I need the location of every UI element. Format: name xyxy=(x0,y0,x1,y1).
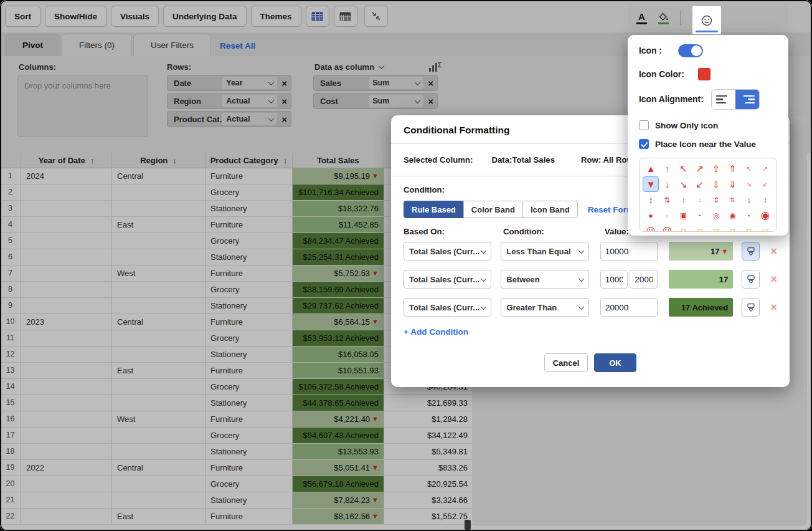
grid-icon[interactable]: ↙ xyxy=(757,176,773,192)
grid-icon[interactable]: ☺ xyxy=(692,223,708,232)
preview-text: 17 xyxy=(710,247,719,256)
icon-grid: ▲↑↖↗⇧⇑↖↗▼↓↘↙⇩⇓↘↙↕⇅↨↕⇕⇅↨↕●-▣•◎◉▪◉☹☹☺☺☺☺☺☺ xyxy=(643,161,773,232)
condition-select[interactable]: Between xyxy=(501,270,588,289)
icon-color-swatch[interactable] xyxy=(698,68,710,80)
grid-icon[interactable]: ☹ xyxy=(659,223,675,232)
active-tab-underline xyxy=(696,31,718,33)
align-right-icon xyxy=(744,95,755,97)
grid-icon[interactable]: ⇕ xyxy=(708,192,724,208)
format-painter-button[interactable] xyxy=(742,242,760,261)
icon-label: Icon : xyxy=(639,46,662,55)
icon-tab-spotlight[interactable] xyxy=(692,6,721,34)
format-tab-rule-based[interactable]: Rule Based xyxy=(404,201,464,218)
based-on-select[interactable]: Total Sales (Curr... xyxy=(404,242,491,261)
grid-icon[interactable]: - xyxy=(659,208,675,223)
grid-icon[interactable]: ↓ xyxy=(659,176,675,192)
grid-icon[interactable]: ◉ xyxy=(724,208,740,223)
grid-icon[interactable]: ◎ xyxy=(708,208,724,223)
value-input[interactable] xyxy=(600,270,628,289)
delete-condition-icon[interactable]: × xyxy=(770,242,777,261)
condition-select[interactable]: Less Than Equal xyxy=(501,242,588,261)
grid-icon[interactable]: ◉ xyxy=(757,208,773,223)
delete-condition-icon[interactable]: × xyxy=(770,298,777,317)
grid-icon[interactable]: • xyxy=(692,208,708,223)
icon-toggle[interactable] xyxy=(678,44,703,57)
format-tab-icon-band[interactable]: Icon Band xyxy=(522,201,578,218)
grid-icon[interactable]: ↖ xyxy=(676,161,692,176)
grid-icon[interactable]: ☺ xyxy=(724,223,740,232)
format-painter-button[interactable] xyxy=(742,298,760,317)
align-left-button[interactable] xyxy=(712,90,735,109)
ok-button[interactable]: OK xyxy=(594,353,636,372)
grid-icon[interactable]: ☹ xyxy=(643,223,659,232)
format-painter-icon xyxy=(746,274,756,284)
condition-rows: Total Sales (Curr...Less Than Equal17▼×T… xyxy=(404,242,777,317)
condition-row: Total Sales (Curr...Between17× xyxy=(404,270,777,289)
grid-icon[interactable]: ☺ xyxy=(741,223,757,232)
condition-row: Total Sales (Curr...Less Than Equal17▼× xyxy=(404,242,777,261)
grid-icon[interactable]: ⇑ xyxy=(724,161,740,176)
icon-color-label: Icon Color: xyxy=(639,70,684,79)
grid-icon[interactable]: ↘ xyxy=(676,176,692,192)
delete-condition-icon[interactable]: × xyxy=(770,270,777,289)
format-painter-icon xyxy=(746,302,756,312)
grid-icon[interactable]: ▪ xyxy=(741,208,757,223)
condition-value: Less Than Equal xyxy=(506,247,570,256)
grid-icon[interactable]: ↕ xyxy=(643,192,659,208)
grid-icon[interactable]: ↗ xyxy=(692,161,708,176)
icon-alignment-group xyxy=(711,89,760,110)
align-right-button[interactable] xyxy=(735,90,759,109)
grid-icon[interactable]: ⇓ xyxy=(724,176,740,192)
show-only-icon-checkbox[interactable] xyxy=(639,120,649,130)
cancel-button[interactable]: Cancel xyxy=(544,353,588,372)
value-input[interactable] xyxy=(600,242,658,261)
app-window: SortShow/HideVisualsUnderlying DataTheme… xyxy=(0,0,812,531)
value-input[interactable] xyxy=(600,298,658,317)
based-on-select[interactable]: Total Sales (Curr... xyxy=(404,298,491,317)
grid-icon[interactable]: ▲ xyxy=(643,161,659,176)
grid-icon[interactable]: ⇧ xyxy=(708,161,724,176)
value-inputs xyxy=(600,298,658,317)
format-tab-color-band[interactable]: Color Band xyxy=(463,201,523,218)
icon-settings-panel: Icon : Icon Color: Icon Alignment: Show … xyxy=(628,35,788,236)
based-on-select[interactable]: Total Sales (Curr... xyxy=(404,270,491,289)
grid-icon[interactable]: ↗ xyxy=(757,161,773,176)
grid-icon[interactable]: ☺ xyxy=(757,223,773,232)
chevron-down-icon xyxy=(578,275,584,282)
grid-icon[interactable]: ⇅ xyxy=(659,192,675,208)
grid-icon[interactable]: ⇩ xyxy=(708,176,724,192)
value-label: Value: xyxy=(605,227,629,236)
preview-text: 17 xyxy=(719,275,728,284)
align-left-icon xyxy=(716,95,727,97)
grid-icon[interactable]: ↖ xyxy=(741,161,757,176)
chevron-down-icon xyxy=(578,247,584,254)
format-preview: 17 xyxy=(669,270,733,289)
value-input[interactable] xyxy=(630,270,658,289)
icon-alignment-row: Icon Alignment: xyxy=(639,89,777,110)
selected-column-label: Selected Column: xyxy=(404,155,473,165)
grid-icon[interactable]: ↕ xyxy=(757,192,773,208)
grid-icon[interactable]: ☺ xyxy=(676,223,692,232)
icon-color-row: Icon Color: xyxy=(639,68,777,80)
grid-icon[interactable]: ↕ xyxy=(692,192,708,208)
grid-icon[interactable]: ▣ xyxy=(676,208,692,223)
grid-icon[interactable]: ↘ xyxy=(741,176,757,192)
grid-icon[interactable]: ↨ xyxy=(741,192,757,208)
add-condition-link[interactable]: + Add Condition xyxy=(404,327,468,337)
grid-icon[interactable]: ● xyxy=(643,208,659,223)
down-triangle-icon: ▼ xyxy=(721,246,728,257)
show-only-icon-row: Show Only icon xyxy=(639,120,777,130)
based-on-value: Total Sales (Curr... xyxy=(409,247,479,256)
grid-icon[interactable]: ↙ xyxy=(692,176,708,192)
grid-icon[interactable]: ↑ xyxy=(659,161,675,176)
format-painter-icon xyxy=(746,246,756,256)
grid-icon[interactable]: ☺ xyxy=(708,223,724,232)
icon-alignment-label: Icon Alignment: xyxy=(639,95,704,104)
format-painter-button[interactable] xyxy=(742,270,760,289)
place-icon-label: Place Icon near the Value xyxy=(655,140,756,149)
place-icon-checkbox[interactable] xyxy=(639,139,649,149)
grid-icon-selected[interactable]: ▼ xyxy=(643,176,659,192)
condition-select[interactable]: Greater Than xyxy=(501,298,588,317)
grid-icon[interactable]: ↨ xyxy=(676,192,692,208)
grid-icon[interactable]: ⇅ xyxy=(724,192,740,208)
